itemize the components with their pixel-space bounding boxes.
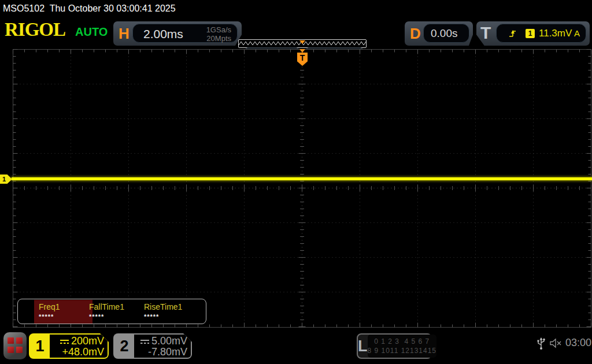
channel2-offset: -7.80mV <box>134 347 187 358</box>
sample-rate: 1GSa/s <box>206 25 231 34</box>
trigger-source-badge: 1 <box>526 29 535 38</box>
speaker-muted-icon[interactable] <box>549 338 564 348</box>
trigger-sweep-mode: A <box>574 28 580 38</box>
delay-value: 0.00s <box>431 27 457 40</box>
delay-label: D <box>410 25 421 43</box>
horizontal-label: H <box>119 25 130 43</box>
logic-channels-box[interactable]: L 0 1 2 3 4 5 6 7 8 9 1011 12131415 <box>357 333 432 359</box>
trigger-position-triangle-icon <box>299 49 305 53</box>
horizontal-timebase-box[interactable]: H 2.00ms 1GSa/s 20Mpts <box>113 21 242 46</box>
channel2-scale: 5.00mV <box>151 335 187 347</box>
graticule-grid <box>0 49 592 328</box>
grid-square-icon <box>16 347 23 353</box>
channel2-status-box[interactable]: 2 5.00mV -7.80mV <box>113 333 192 359</box>
grid-square-icon <box>16 337 23 344</box>
grid-menu-button[interactable] <box>3 332 27 359</box>
trigger-level-value: 11.3mV <box>539 28 572 39</box>
measurement-panel: Freq1 ***** FallTime1 ***** RiseTime1 **… <box>17 299 206 324</box>
memory-depth: 20Mpts <box>206 34 231 43</box>
measurement-freq1[interactable]: Freq1 ***** <box>39 299 94 324</box>
grid-square-icon <box>8 347 14 353</box>
waveform-preview-bar[interactable] <box>238 39 367 48</box>
trigger-box[interactable]: T 1 11.3mV A <box>476 21 590 46</box>
timebase-value: 2.00ms <box>143 27 183 41</box>
model-and-datetime: MSO5102 Thu October 30 03:00:41 2025 <box>3 3 176 14</box>
logic-channels-row1: 0 1 2 3 4 5 6 7 <box>368 337 437 346</box>
title-bar: MSO5102 Thu October 30 03:00:41 2025 <box>0 0 592 17</box>
trigger-label: T <box>480 23 491 43</box>
measurement-falltime1[interactable]: FallTime1 ***** <box>89 299 144 324</box>
delay-box[interactable]: D 0.00s <box>405 21 473 46</box>
grid-square-icon <box>8 337 14 344</box>
measurement-risetime1[interactable]: RiseTime1 ***** <box>144 299 199 324</box>
channel1-offset: +48.0mV <box>50 347 104 358</box>
usb-icon <box>536 336 546 350</box>
header-bar: RIGOL AUTO H 2.00ms 1GSa/s 20Mpts <box>0 17 592 49</box>
channel1-status-box[interactable]: 1 200mV +48.0mV <box>29 333 109 359</box>
oscilloscope-screen: MSO5102 Thu October 30 03:00:41 2025 RIG… <box>0 0 592 364</box>
channel1-trace[interactable] <box>12 177 592 180</box>
bottom-status-bar: 1 200mV +48.0mV 2 5.00mV -7.80mV L 0 1 2… <box>0 328 592 364</box>
logic-channels-row2: 8 9 1011 12131415 <box>368 346 437 355</box>
trigger-inner-box[interactable]: 1 11.3mV A <box>496 24 586 43</box>
dc-coupling-icon <box>60 339 69 345</box>
channel1-badge: 1 <box>30 335 50 358</box>
acquisition-mode-indicator: AUTO <box>75 25 108 39</box>
timebase-inner-box[interactable]: 2.00ms 1GSa/s 20Mpts <box>132 24 238 43</box>
graticule-area <box>0 49 592 328</box>
channel2-badge: 2 <box>114 335 134 358</box>
logic-label: L <box>358 335 368 358</box>
rigol-logo: RIGOL <box>5 19 65 40</box>
preview-trigger-position-icon <box>299 40 305 44</box>
clock-display: 03:00 <box>565 337 591 349</box>
delay-inner-box[interactable]: 0.00s <box>423 24 469 43</box>
rising-edge-icon <box>508 29 517 38</box>
channel1-scale: 200mV <box>71 335 104 347</box>
dc-coupling-icon <box>140 339 150 345</box>
